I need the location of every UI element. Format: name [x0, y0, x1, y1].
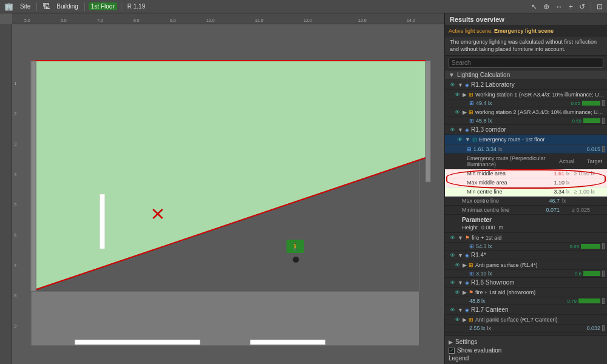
add-tool[interactable]: + [567, 2, 575, 12]
room-tab[interactable]: R 1.19 [125, 2, 148, 10]
emergency-route-item[interactable]: 👁 ▼ ⊡ Emergency route - 1st floor [445, 135, 607, 144]
minmax-row: Min/max centre line 0.071 ≥ 0.025 [445, 206, 607, 215]
svg-rect-13 [31, 61, 36, 291]
site-tab[interactable]: Site [18, 2, 33, 10]
eye-fire1[interactable]: 👁 [450, 235, 456, 241]
ws2-icon: ⊞ [469, 109, 473, 115]
ruler-tick: 12.0 [304, 18, 312, 22]
zoom-tool[interactable]: ⊕ [541, 2, 551, 12]
data-rows-container: Min middle area 1.61 lx ≥ 0.50 lx Max mi… [445, 169, 607, 215]
legend-row: Legend [449, 354, 603, 362]
svg-text:3: 3 [14, 142, 16, 147]
ap-value: 3.10 lx [476, 271, 492, 277]
ws1-label: Working station 1 (ASR A3.4/3: 10% illum… [475, 92, 605, 98]
fire1-values: ⊞ 54.3 lx 0.69 [445, 243, 607, 251]
r13-label: R1.3 corridor [471, 126, 605, 133]
fsw-bar-val: 0.79 [567, 298, 577, 304]
route-unit: lx [498, 146, 503, 152]
eye-r12[interactable]: 👁 [450, 82, 456, 88]
r14-header[interactable]: 👁 ▼ ◈ R1.4* [445, 251, 607, 260]
expand-ap[interactable]: ▶ [463, 262, 467, 268]
eye-r13[interactable]: 👁 [450, 127, 456, 133]
expand-r17[interactable]: ▼ [458, 307, 463, 313]
expand-r14[interactable]: ▼ [458, 252, 463, 258]
expand-ws2[interactable]: ▶ [463, 109, 467, 115]
expand-fsw[interactable]: ▶ [463, 289, 467, 295]
route-v1: 1.61 [473, 146, 484, 152]
expand-settings[interactable]: ▶ [449, 339, 453, 345]
ws1-icon: ⊞ [469, 92, 473, 98]
site-icon[interactable]: 🏢 [2, 2, 15, 12]
eye-ws1[interactable]: 👁 [455, 92, 461, 98]
expand-r12[interactable]: ▼ [458, 82, 463, 88]
expand-lighting[interactable]: ▼ [449, 72, 455, 78]
fire-showroom-item[interactable]: 👁 ▶ ⚑ fire + 1st aid (showroom) [445, 288, 607, 297]
r17-header[interactable]: 👁 ▼ ◈ R1.7 Canteen [445, 305, 607, 315]
eye-apr17[interactable]: 👁 [455, 317, 461, 323]
ap-r17-item[interactable]: 👁 ▶ ⊞ Anti panic surface (R1.7 Canteen) [445, 315, 607, 325]
ap-bar-end [602, 271, 605, 277]
r16-header[interactable]: 👁 ▼ ◈ R1.6 Showroom [445, 278, 607, 288]
ruler-tick: 7.0 [97, 18, 103, 22]
eye-ws2[interactable]: 👁 [455, 109, 461, 115]
floor-tab[interactable]: 1st Floor [89, 2, 117, 10]
svg-text:6: 6 [14, 233, 16, 238]
floor-plan[interactable]: 🚶 1 2 3 4 5 6 7 8 9 [12, 24, 444, 364]
eye-emergency[interactable]: 👁 [457, 136, 463, 143]
r16-label: R1.6 Showroom [471, 279, 605, 286]
panel-footer: ▶ Settings ✓ Show evaluation Legend [445, 335, 607, 364]
expand-ws1[interactable]: ▶ [463, 92, 467, 98]
show-eval-checkbox[interactable]: ✓ [449, 348, 455, 354]
eye-r17[interactable]: 👁 [450, 307, 456, 313]
fire-1st-header[interactable]: 👁 ▼ ⚑ fire + 1st aid [445, 233, 607, 243]
expand-fire1[interactable]: ▼ [458, 235, 463, 241]
eye-r16[interactable]: 👁 [450, 280, 456, 286]
ws2-label: working station 2 (ASR A3.4/3: 10% illum… [475, 109, 605, 115]
fire1-value: 54.3 lx [476, 243, 492, 249]
fsw-bar [578, 298, 600, 303]
expand-emergency[interactable]: ▼ [465, 136, 470, 143]
min-middle-unit: lx [566, 170, 573, 177]
eye-antipanic[interactable]: 👁 [455, 262, 461, 268]
refresh-tool[interactable]: ↺ [577, 2, 587, 12]
ws2-item[interactable]: 👁 ▶ ⊞ working station 2 (ASR A3.4/3: 10%… [445, 107, 607, 117]
ws1-value: 49.4 lx [476, 100, 492, 106]
ruler-tick: 11.0 [255, 18, 263, 22]
active-scene-label: Active light scene: [449, 28, 493, 34]
ws1-item[interactable]: 👁 ▶ ⊞ Working station 1 (ASR A3.4/3: 10%… [445, 90, 607, 99]
ruler-tick: 13.0 [358, 18, 367, 22]
search-input[interactable] [449, 58, 603, 68]
window-tool[interactable]: ⊡ [595, 2, 605, 12]
expand-apr17[interactable]: ▶ [463, 317, 467, 323]
fire1-label: fire + 1st aid [472, 235, 605, 241]
max-middle-unit: lx [566, 180, 573, 186]
r13-header[interactable]: 👁 ▼ ◈ R1.3 corridor [445, 125, 607, 135]
separator-4 [591, 2, 591, 11]
canvas-area[interactable]: 5.0 6.0 7.0 8.0 9.0 10.0 11.0 12.0 13.0 … [0, 13, 444, 364]
r17-icon: ◈ [465, 307, 469, 313]
r12-label: R1.2 Laboratory [471, 81, 605, 88]
route-values-row: ⊞ 1.61 3.34 lx 0.015 [445, 144, 607, 154]
ap-bar [583, 271, 600, 276]
right-panel: Results overview Active light scene: Eme… [444, 13, 607, 364]
r12-header[interactable]: 👁 ▼ ◈ R1.2 Laboratory [445, 80, 607, 90]
min-middle-actual: 1.61 [546, 170, 565, 177]
expand-r16[interactable]: ▼ [458, 280, 463, 286]
select-tool[interactable]: ↖ [529, 2, 539, 12]
emergency-label: Emergency route - 1st floor [479, 136, 605, 143]
settings-header[interactable]: ▶ Settings [449, 337, 603, 346]
route-bar-end [602, 146, 605, 152]
eye-firesw[interactable]: 👁 [455, 289, 461, 295]
eye-r14[interactable]: 👁 [450, 252, 456, 258]
lighting-calc-header[interactable]: ▼ Lighting Calculation [445, 70, 607, 80]
ap-icon2: ⊞ [469, 271, 474, 277]
param-section: Parameter Height 0.000 m [445, 215, 607, 233]
building-icon[interactable]: 🏗 [41, 2, 52, 12]
building-tab[interactable]: Building [54, 2, 81, 10]
fire1-icon2: ⊞ [469, 243, 474, 249]
antipanic-item[interactable]: 👁 ▶ ⊞ Anti panic surface (R1.4*) [445, 260, 607, 270]
measure-tool[interactable]: ↔ [554, 2, 565, 12]
panel-title: Results overview [445, 13, 607, 26]
expand-r13[interactable]: ▼ [458, 127, 463, 133]
panel-content: ▼ Lighting Calculation 👁 ▼ ◈ R1.2 Labora… [445, 70, 607, 335]
